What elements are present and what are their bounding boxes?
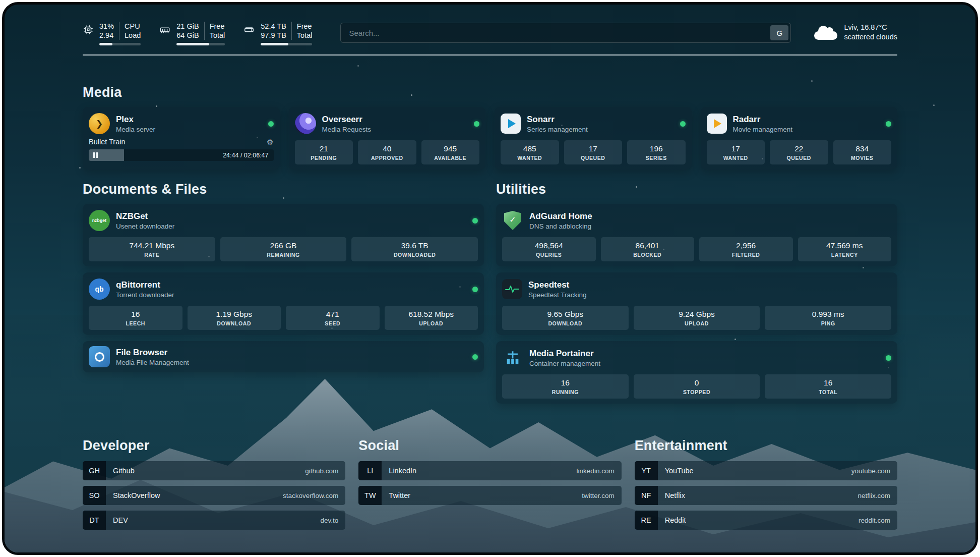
card-adguard[interactable]: AdGuard Home DNS and adblocking 498,564 …	[496, 204, 897, 266]
stat-downloaded: 39.6 TB DOWNLOADED	[351, 237, 478, 261]
card-qbittorrent[interactable]: qb qBittorrent Torrent downloader 16 LEE…	[83, 272, 484, 335]
status-dot-online	[886, 121, 891, 127]
bookmark-name: YouTube	[665, 467, 694, 475]
playback-progress-bar[interactable]: 24:44 / 02:06:47	[89, 149, 274, 161]
service-subtitle: Speedtest Tracking	[528, 291, 587, 299]
memory-widget: 21 GiB 64 GiB Free Total	[159, 22, 225, 45]
memory-total-label: Total	[210, 31, 225, 40]
media-card-grid: Plex Media server Bullet Train 24:44 / 0…	[83, 107, 897, 170]
service-name: File Browser	[116, 347, 189, 358]
card-portainer[interactable]: Media Portainer Container management 16 …	[496, 341, 897, 404]
service-subtitle: Media server	[116, 125, 155, 134]
stat-movies: 834 MOVIES	[833, 140, 892, 164]
service-name: Sonarr	[527, 114, 588, 125]
qbittorrent-icon: qb	[89, 278, 110, 300]
bookmark-stackoverflow[interactable]: SO StackOverflow stackoverflow.com	[83, 486, 345, 505]
cpu-label: CPU	[125, 22, 141, 31]
weather-location: Lviv, 16.87°C	[844, 23, 897, 32]
disk-progress-bar	[261, 43, 312, 45]
bookmark-abbr: GH	[83, 461, 106, 480]
cpu-widget: 31% 2.94 CPU Load	[83, 22, 141, 45]
bookmark-youtube[interactable]: YT YouTube youtube.com	[635, 461, 897, 480]
section-title-entertainment: Entertainment	[635, 438, 897, 454]
stat-queued: 22 QUEUED	[770, 140, 828, 164]
stat-leech: 16 LEECH	[89, 306, 182, 330]
disk-total-value: 97.9 TB	[261, 31, 286, 40]
pause-icon[interactable]	[93, 152, 98, 158]
service-subtitle: Usenet downloader	[116, 222, 174, 231]
stat-seed: 471 SEED	[286, 306, 380, 330]
service-subtitle: Torrent downloader	[116, 291, 174, 299]
card-radarr[interactable]: Radarr Movie management 17 WANTED 22 QUE…	[701, 107, 898, 170]
card-filebrowser[interactable]: File Browser Media File Management	[83, 341, 484, 372]
stat-queries: 498,564 QUERIES	[502, 237, 596, 261]
stat-total: 16 TOTAL	[765, 374, 891, 399]
disk-widget: 52.4 TB 97.9 TB Free Total	[243, 22, 312, 45]
stat-filtered: 2,956 FILTERED	[699, 237, 793, 261]
service-name: Overseerr	[322, 114, 372, 125]
search-bar: G	[340, 23, 791, 43]
bookmark-dev[interactable]: DT DEV dev.to	[83, 511, 345, 530]
bookmark-linkedin[interactable]: LI LinkedIn linkedin.com	[358, 461, 621, 480]
bookmark-reddit[interactable]: RE Reddit reddit.com	[635, 511, 897, 530]
section-title-developer: Developer	[83, 438, 345, 454]
bookmark-abbr: RE	[635, 511, 658, 530]
stat-upload: 9.24 Gbps UPLOAD	[634, 306, 760, 330]
stat-available: 945 AVAILABLE	[421, 140, 480, 164]
hard-disk-icon	[243, 24, 255, 35]
card-speedtest[interactable]: Speedtest Speedtest Tracking 9.65 Gbps D…	[496, 272, 897, 335]
service-subtitle: Series management	[527, 125, 588, 134]
service-name: qBittorrent	[116, 280, 174, 290]
stat-wanted: 17 WANTED	[707, 140, 765, 164]
bookmark-domain: dev.to	[321, 517, 339, 524]
card-sonarr[interactable]: Sonarr Series management 485 WANTED 17 Q…	[495, 107, 692, 170]
bookmark-abbr: SO	[83, 486, 106, 505]
disk-free-value: 52.4 TB	[261, 22, 286, 31]
cloud-icon	[814, 31, 837, 40]
memory-free-value: 21 GiB	[176, 22, 199, 31]
card-overseerr[interactable]: Overseerr Media Requests 21 PENDING 40 A…	[289, 107, 486, 170]
section-title-media: Media	[83, 85, 897, 100]
snow-particles	[5, 5, 6, 6]
cpu-chip-icon	[83, 24, 94, 35]
cpu-load-value: 2.94	[99, 31, 114, 40]
section-title-utilities: Utilities	[496, 182, 897, 197]
resource-widgets: 31% 2.94 CPU Load	[83, 22, 312, 45]
search-provider-button[interactable]: G	[770, 25, 788, 40]
card-nzbget[interactable]: nzbget NZBGet Usenet downloader 744.21 M…	[83, 204, 484, 266]
card-plex[interactable]: Plex Media server Bullet Train 24:44 / 0…	[83, 107, 280, 170]
memory-free-label: Free	[210, 22, 225, 31]
service-subtitle: Media File Management	[116, 358, 189, 367]
memory-total-value: 64 GiB	[176, 31, 199, 40]
memory-ram-icon	[159, 24, 171, 35]
bookmark-name: Github	[113, 467, 135, 475]
service-subtitle: Container management	[529, 359, 600, 368]
bookmark-domain: github.com	[305, 467, 338, 475]
header-divider	[83, 54, 897, 55]
bookmark-domain: stackoverflow.com	[283, 492, 338, 499]
sonarr-icon	[501, 114, 521, 134]
bookmark-netflix[interactable]: NF Netflix netflix.com	[635, 486, 897, 505]
service-name: Speedtest	[528, 280, 587, 290]
bookmark-twitter[interactable]: TW Twitter twitter.com	[358, 486, 621, 505]
stat-series: 196 SERIES	[627, 140, 686, 164]
speedtest-pulse-icon	[502, 279, 522, 299]
stat-blocked: 86,401 BLOCKED	[601, 237, 695, 261]
documents-column: Documents & Files nzbget NZBGet Usenet d…	[83, 182, 484, 378]
bookmark-name: Twitter	[389, 491, 410, 499]
bookmarks-entertainment: Entertainment YT YouTube youtube.com NF …	[635, 438, 897, 535]
bookmark-domain: youtube.com	[851, 467, 890, 475]
stat-pending: 21 PENDING	[295, 140, 353, 164]
bookmark-github[interactable]: GH Github github.com	[83, 461, 345, 480]
service-name: NZBGet	[116, 211, 174, 221]
bookmarks-developer: Developer GH Github github.com SO StackO…	[83, 438, 345, 535]
stat-remaining: 266 GB REMAINING	[220, 237, 347, 261]
stat-download: 1.19 Gbps DOWNLOAD	[188, 306, 281, 330]
bookmark-domain: twitter.com	[582, 492, 615, 499]
adguard-shield-icon	[502, 210, 523, 231]
search-input[interactable]	[340, 23, 791, 43]
cpu-usage-value: 31%	[99, 22, 114, 31]
settings-gear-icon[interactable]	[267, 138, 273, 146]
plex-icon	[89, 113, 110, 134]
status-dot-online	[886, 355, 891, 361]
